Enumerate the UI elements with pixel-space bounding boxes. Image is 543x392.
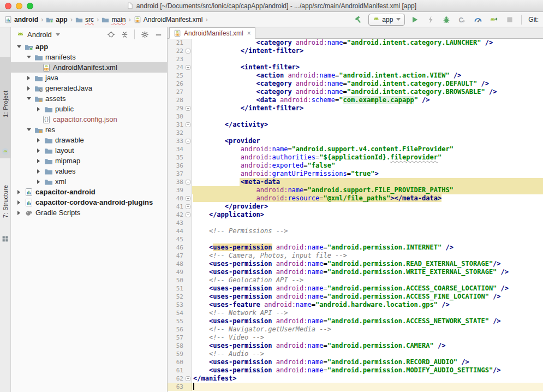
code-line[interactable]: 56 <!-- Navigator.getUserMedia --> — [168, 325, 543, 334]
fold-marker[interactable] — [184, 137, 191, 145]
tree-item-public[interactable]: public — [11, 104, 167, 114]
code-line[interactable]: 29 </intent-filter> — [168, 104, 543, 112]
breadcrumb-item[interactable]: AndroidManifest.xml — [133, 15, 204, 24]
tree-expand-arrow[interactable] — [15, 199, 22, 206]
tree-item-capacitor-cordova-android-plugins[interactable]: capacitor-cordova-android-plugins — [11, 197, 167, 207]
code-line[interactable]: 43 — [168, 219, 543, 227]
code-line[interactable]: 40 android:resource="@xml/file_paths"></… — [168, 194, 543, 203]
build-button[interactable] — [353, 14, 365, 26]
tree-item-androidmanifest-xml[interactable]: AndroidManifest.xml — [11, 62, 167, 73]
code-line[interactable]: 54 <!-- Network API --> — [168, 309, 543, 317]
breadcrumb-item[interactable]: app — [45, 15, 68, 24]
code-line[interactable]: 44 <!-- Permissions --> — [168, 227, 543, 235]
code-line[interactable]: 25 <action android:name="android.intent.… — [168, 72, 543, 80]
fold-marker[interactable] — [184, 211, 191, 219]
tree-expand-arrow[interactable] — [35, 105, 42, 112]
code-line[interactable]: 46 <uses-permission android:name="androi… — [168, 243, 543, 252]
code-line[interactable]: 28 <data android:scheme="com.example.cap… — [168, 96, 543, 104]
code-line[interactable]: 55 <uses-permission android:name="androi… — [168, 317, 543, 325]
tree-expand-arrow[interactable] — [35, 136, 42, 144]
fold-marker[interactable] — [184, 178, 191, 186]
code-line[interactable]: 30 — [168, 112, 543, 121]
close-button[interactable] — [5, 3, 11, 9]
tool-window-button--structure[interactable]: 7: Structure — [0, 165, 11, 246]
minimize-button[interactable] — [16, 3, 22, 9]
fold-marker[interactable] — [184, 63, 191, 72]
run-config-dropdown[interactable]: app — [368, 14, 405, 26]
tree-expand-arrow[interactable] — [25, 74, 32, 81]
tree-item-layout[interactable]: layout — [11, 145, 167, 156]
tree-expand-arrow[interactable] — [35, 168, 42, 175]
tree-item-capacitor-android[interactable]: capacitor-android — [11, 187, 167, 197]
code-line[interactable]: 42 </application> — [168, 211, 543, 219]
tree-item-mipmap[interactable]: mipmap — [11, 156, 167, 166]
locate-button[interactable] — [105, 29, 116, 40]
tree-collapse-arrow[interactable] — [25, 126, 32, 133]
code-line[interactable]: 47 <!-- Camera, Photos, input file --> — [168, 252, 543, 260]
fold-marker[interactable] — [184, 194, 191, 203]
code-line[interactable]: 26 <category android:name="android.inten… — [168, 80, 543, 88]
tree-item-drawable[interactable]: drawable — [11, 135, 167, 145]
tree-collapse-arrow[interactable] — [25, 54, 32, 61]
code-line[interactable]: 33 <provider — [168, 137, 543, 145]
tree-expand-arrow[interactable] — [25, 85, 32, 92]
close-icon[interactable]: × — [247, 29, 251, 37]
code-line[interactable]: 59 <!-- Audio --> — [168, 350, 543, 358]
run-button[interactable] — [409, 14, 421, 26]
code-line[interactable]: 21 <category android:name="android.inten… — [168, 39, 543, 47]
code-line[interactable]: 36 android:exported="false" — [168, 162, 543, 170]
code-line[interactable]: 22 </intent-filter> — [168, 47, 543, 55]
code-line[interactable]: 62</manifest> — [168, 375, 543, 383]
code-line[interactable]: 57 <!-- Video --> — [168, 334, 543, 342]
code-line[interactable]: 24 <intent-filter> — [168, 63, 543, 72]
tree-expand-arrow[interactable] — [35, 178, 42, 185]
code-area[interactable]: 21 <category android:name="android.inten… — [168, 39, 543, 392]
fold-marker[interactable] — [184, 104, 191, 112]
tree-item-manifests[interactable]: manifests — [11, 52, 167, 62]
code-line[interactable]: 48 <uses-permission android:name="androi… — [168, 260, 543, 268]
code-line[interactable]: 45 — [168, 235, 543, 243]
code-line[interactable]: 35 android:authorities="${applicationId}… — [168, 153, 543, 162]
stop-button[interactable] — [504, 14, 516, 26]
fold-marker[interactable] — [184, 47, 191, 55]
code-line[interactable]: 53 <uses-feature android:name="android.h… — [168, 301, 543, 309]
tree-item-java[interactable]: java — [11, 73, 167, 83]
code-line[interactable]: 31 </activity> — [168, 121, 543, 129]
code-line[interactable]: 60 <uses-permission android:name="androi… — [168, 358, 543, 366]
code-line[interactable]: 32 — [168, 129, 543, 137]
attach-debugger-button[interactable] — [488, 14, 500, 26]
apply-changes-button[interactable] — [425, 14, 437, 26]
run-with-coverage-button[interactable]: C — [456, 14, 468, 26]
hide-button[interactable] — [153, 29, 164, 40]
code-line[interactable]: 52 <uses-permission android:name="androi… — [168, 293, 543, 301]
fold-marker[interactable] — [184, 203, 191, 211]
code-line[interactable]: 58 <uses-permission android:name="androi… — [168, 342, 543, 350]
tree-item-app[interactable]: app — [11, 41, 167, 52]
tree-item-gradle-scripts[interactable]: Gradle Scripts — [11, 207, 167, 218]
code-line[interactable]: 50 <!-- Geolocation API --> — [168, 276, 543, 284]
code-line[interactable]: 34 android:name="android.support.v4.cont… — [168, 145, 543, 153]
collapse-all-button[interactable] — [119, 29, 130, 40]
tree-item-assets[interactable]: assets — [11, 93, 167, 104]
tree-item-res[interactable]: res — [11, 124, 167, 135]
code-line[interactable]: 61 <uses-permission android:name="androi… — [168, 366, 543, 375]
profiler-button[interactable] — [472, 14, 484, 26]
tree-expand-arrow[interactable] — [15, 188, 22, 195]
editor-tab[interactable]: AndroidManifest.xml× — [169, 27, 255, 39]
fold-marker[interactable] — [184, 375, 191, 383]
code-line[interactable]: 23 — [168, 55, 543, 63]
breadcrumb-item[interactable]: src — [74, 15, 95, 24]
tree-item-capacitor-config-json[interactable]: {}capacitor.config.json — [11, 114, 167, 124]
debug-button[interactable] — [440, 14, 452, 26]
tree-expand-arrow[interactable] — [15, 209, 22, 216]
code-line[interactable]: 27 <category android:name="android.inten… — [168, 88, 543, 96]
tree-item-generatedjava[interactable]: generatedJava — [11, 83, 167, 93]
zoom-button[interactable] — [27, 3, 33, 9]
fold-marker[interactable] — [184, 121, 191, 129]
code-line[interactable]: 49 <uses-permission android:name="androi… — [168, 268, 543, 276]
code-line[interactable]: 37 android:grantUriPermissions="true"> — [168, 170, 543, 178]
tree-item-values[interactable]: values — [11, 166, 167, 176]
project-view-selector[interactable]: Android — [16, 31, 60, 39]
code-line[interactable]: 63 — [168, 383, 543, 391]
code-line[interactable]: 39 android:name="android.support.FILE_PR… — [168, 186, 543, 194]
